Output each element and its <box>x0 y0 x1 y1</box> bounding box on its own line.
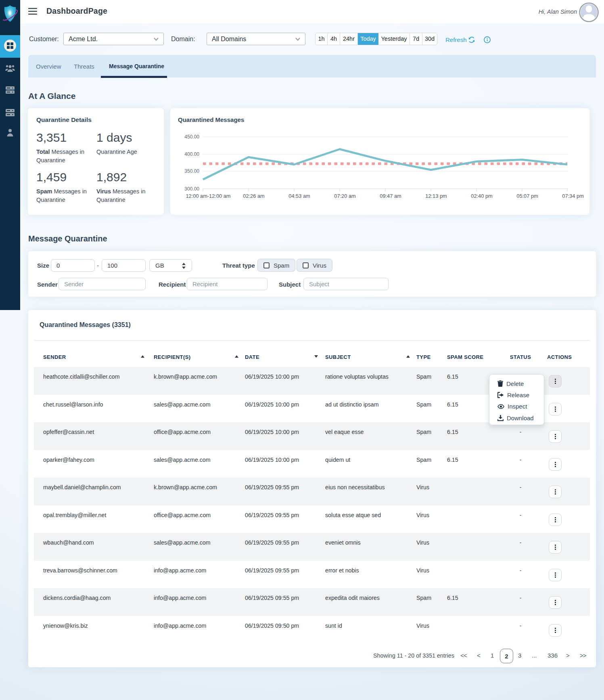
svg-text:400.00: 400.00 <box>184 151 199 157</box>
svg-text:12:13 pm: 12:13 pm <box>425 193 447 199</box>
svg-text:12:00 am-12:00 am: 12:00 am-12:00 am <box>186 193 231 199</box>
svg-text:04:53 am: 04:53 am <box>288 193 310 199</box>
svg-text:350.00: 350.00 <box>184 168 199 174</box>
svg-text:05:07 pm: 05:07 pm <box>516 193 538 199</box>
svg-text:450.00: 450.00 <box>184 134 199 140</box>
svg-text:09:47 am: 09:47 am <box>380 193 401 199</box>
svg-text:300.00: 300.00 <box>184 186 199 192</box>
svg-text:07:34 pm: 07:34 pm <box>562 193 583 199</box>
svg-text:02:26 am: 02:26 am <box>243 193 264 199</box>
svg-text:07:20 am: 07:20 am <box>334 193 355 199</box>
svg-text:02:40 pm: 02:40 pm <box>471 193 492 199</box>
